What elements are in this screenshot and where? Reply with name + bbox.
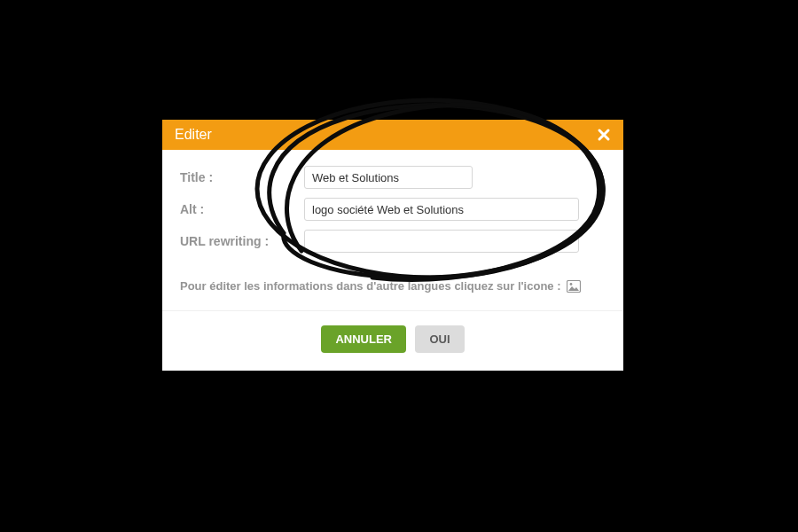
form-row-url-rewriting: URL rewriting : (180, 230, 606, 253)
svg-point-1 (569, 283, 572, 286)
title-label: Title : (180, 170, 304, 184)
url-rewriting-input[interactable] (304, 230, 579, 253)
dialog-title: Editer (175, 127, 212, 143)
form-row-title: Title : (180, 166, 606, 189)
url-rewriting-label: URL rewriting : (180, 234, 304, 248)
alt-label: Alt : (180, 202, 304, 216)
cancel-button[interactable]: ANNULER (321, 325, 406, 353)
language-hint-text: Pour éditer les informations dans d'autr… (180, 279, 561, 293)
dialog-header: Editer (162, 120, 623, 150)
close-icon[interactable] (597, 128, 611, 142)
form-row-alt: Alt : (180, 198, 606, 221)
dialog-footer: ANNULER OUI (162, 310, 623, 371)
edit-dialog: Editer Title : Alt : URL rewriting : Pou… (162, 120, 623, 371)
image-icon (567, 280, 581, 293)
title-input[interactable] (304, 166, 473, 189)
dialog-body: Title : Alt : URL rewriting : Pour édite… (162, 150, 623, 310)
confirm-button[interactable]: OUI (415, 325, 464, 353)
language-hint: Pour éditer les informations dans d'autr… (180, 279, 606, 293)
alt-input[interactable] (304, 198, 579, 221)
